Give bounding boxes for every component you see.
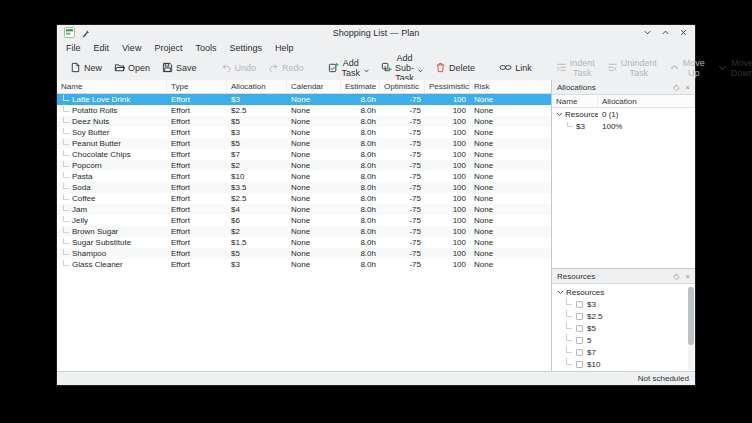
table-row[interactable]: Deez NutsEffort$5None8.0h-75100None — [57, 116, 551, 127]
task-name: Pasta — [72, 172, 92, 181]
add-task-button[interactable]: Add Task — [322, 55, 376, 81]
resource-item-row[interactable]: $5 — [552, 322, 695, 334]
resource-item-row[interactable]: 5 — [552, 334, 695, 346]
table-row[interactable]: Latte Love DrinkEffort$3None8.0h-75100No… — [57, 94, 551, 105]
table-row[interactable]: Glass CleanerEffort$3None8.0h-75100None — [57, 259, 551, 270]
cell-type: Effort — [167, 172, 227, 181]
cell-optimistic: -75 — [380, 238, 425, 247]
resource-item-row[interactable]: $7 — [552, 346, 695, 358]
chevron-down-icon[interactable] — [556, 112, 563, 117]
table-row[interactable]: Soy ButterEffort$3None8.0h-75100None — [57, 127, 551, 138]
open-button[interactable]: Open — [108, 59, 156, 76]
indent-task-button[interactable]: Indent Task — [550, 55, 601, 81]
cell-pessimistic: 100 — [425, 172, 470, 181]
cell-calendar: None — [287, 216, 341, 225]
cell-optimistic: -75 — [380, 117, 425, 126]
resource-checkbox[interactable] — [576, 349, 583, 356]
table-row[interactable]: CoffeeEffort$2.5None8.0h-75100None — [57, 193, 551, 204]
unindent-task-button[interactable]: Unindent Task — [601, 55, 663, 81]
table-row[interactable]: PopcornEffort$2None8.0h-75100None — [57, 160, 551, 171]
cell-type: Effort — [167, 194, 227, 203]
column-header-optimistic[interactable]: Optimistic — [380, 80, 425, 93]
chevron-down-icon[interactable] — [557, 290, 564, 295]
allocations-column-header-allocation[interactable]: Allocation — [598, 95, 695, 107]
table-row[interactable]: Sugar SubstituteEffort$1.5None8.0h-75100… — [57, 237, 551, 248]
table-row[interactable]: Brown SugarEffort$2None8.0h-75100None — [57, 226, 551, 237]
move-down-icon — [717, 62, 728, 73]
save-button[interactable]: Save — [156, 59, 203, 76]
link-icon — [499, 62, 512, 73]
resource-checkbox[interactable] — [576, 361, 583, 368]
float-icon[interactable]: ◇ — [673, 272, 679, 281]
column-header-pessimistic[interactable]: Pessimistic — [425, 80, 470, 93]
table-row[interactable]: ShampooEffort$5None8.0h-75100None — [57, 248, 551, 259]
tree-branch-icon — [63, 117, 69, 123]
menu-item-project[interactable]: Project — [154, 43, 182, 53]
table-row[interactable]: Peanut ButterEffort$5None8.0h-75100None — [57, 138, 551, 149]
column-header-allocation[interactable]: Allocation — [227, 80, 287, 93]
table-row[interactable]: JellyEffort$6None8.0h-75100None — [57, 215, 551, 226]
cell-allocation: $3 — [227, 128, 287, 137]
table-row[interactable]: JamEffort$4None8.0h-75100None — [57, 204, 551, 215]
scrollbar-thumb[interactable] — [688, 287, 694, 345]
cell-name: Peanut Butter — [57, 139, 167, 148]
allocations-column-header-name[interactable]: Name — [552, 95, 598, 107]
resource-item-row[interactable]: $3 — [552, 298, 695, 310]
menu-item-edit[interactable]: Edit — [94, 43, 110, 53]
resource-checkbox[interactable] — [576, 301, 583, 308]
allocation-row[interactable]: Resources0 (1) — [552, 108, 695, 120]
chevron-down-icon[interactable] — [364, 69, 369, 73]
redo-icon — [268, 62, 279, 73]
minimize-icon[interactable] — [643, 28, 652, 37]
column-header-type[interactable]: Type — [167, 80, 227, 93]
delete-button[interactable]: Delete — [429, 59, 481, 76]
menu-item-tools[interactable]: Tools — [195, 43, 216, 53]
scrollbar-track[interactable] — [688, 286, 694, 370]
maximize-icon[interactable] — [661, 28, 670, 37]
cell-risk: None — [470, 117, 551, 126]
menu-item-view[interactable]: View — [122, 43, 141, 53]
cell-estimate: 8.0h — [341, 139, 380, 148]
resource-checkbox[interactable] — [576, 337, 583, 344]
allocation-row[interactable]: $3100% — [552, 120, 695, 132]
cell-pessimistic: 100 — [425, 128, 470, 137]
float-icon[interactable]: ◇ — [673, 83, 679, 92]
table-row[interactable]: SodaEffort$3.5None8.0h-75100None — [57, 182, 551, 193]
resource-checkbox[interactable] — [576, 313, 583, 320]
close-icon[interactable]: × — [685, 272, 690, 281]
close-icon[interactable] — [679, 28, 688, 37]
undo-button[interactable]: Undo — [215, 59, 263, 76]
move-up-button[interactable]: Move Up — [663, 55, 711, 81]
table-row[interactable]: PastaEffort$10None8.0h-75100None — [57, 171, 551, 182]
column-header-risk[interactable]: Risk — [470, 80, 551, 93]
column-header-name[interactable]: Name — [57, 80, 167, 93]
redo-button[interactable]: Redo — [262, 59, 310, 76]
resource-item-row[interactable]: $10 — [552, 358, 695, 370]
task-name: Chocolate Chips — [72, 150, 131, 159]
titlebar[interactable]: Shopping List — Plan — [57, 25, 695, 40]
tree-branch-icon — [63, 260, 69, 266]
column-header-calendar[interactable]: Calendar — [287, 80, 341, 93]
table-row[interactable]: Chocolate ChipsEffort$7None8.0h-75100Non… — [57, 149, 551, 160]
tree-branch-icon — [63, 128, 69, 134]
new-document-icon — [70, 62, 81, 73]
table-row[interactable]: Potatto RollsEffort$2.5None8.0h-75100Non… — [57, 105, 551, 116]
resource-item-row[interactable]: $2.5 — [552, 310, 695, 322]
pin-icon[interactable] — [81, 24, 90, 42]
link-button[interactable]: Link — [493, 59, 538, 76]
menu-item-help[interactable]: Help — [275, 43, 294, 53]
cell-type: Effort — [167, 139, 227, 148]
column-header-estimate[interactable]: Estimate — [341, 80, 380, 93]
close-icon[interactable]: × — [685, 83, 690, 92]
resources-root-row[interactable]: Resources — [552, 286, 695, 298]
menu-item-file[interactable]: File — [66, 43, 81, 53]
resources-root-label: Resources — [566, 288, 604, 297]
cell-allocation: $3 — [227, 95, 287, 104]
new-button[interactable]: New — [64, 59, 108, 76]
chevron-down-icon[interactable] — [418, 69, 423, 73]
menu-item-settings[interactable]: Settings — [229, 43, 262, 53]
cell-allocation: $10 — [227, 172, 287, 181]
resource-checkbox[interactable] — [576, 325, 583, 332]
move-down-button[interactable]: Move Down — [711, 55, 752, 81]
cell-estimate: 8.0h — [341, 150, 380, 159]
